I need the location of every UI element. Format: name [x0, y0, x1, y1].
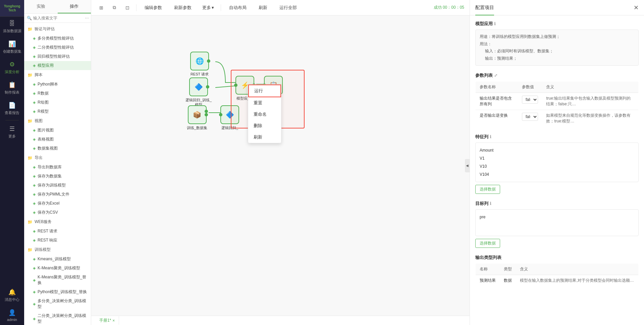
item-icon: ◈: [33, 45, 36, 50]
param-select-1[interactable]: false true: [522, 96, 538, 104]
tab-operation[interactable]: 操作: [58, 0, 91, 13]
item-r-plot[interactable]: ◈ R绘图: [24, 98, 91, 107]
sidebar-item-more[interactable]: ☰ 更多: [0, 122, 24, 142]
item-save-dataset[interactable]: ◈ 保存为数据集: [24, 172, 91, 181]
item-python-model-replace[interactable]: ◈ Python模型_训练模型_替换: [24, 287, 91, 296]
edit-params-button[interactable]: 编辑参数: [141, 3, 166, 12]
group-view: 📁 视图 ◈ 图片视图 ◈ 表格视图 ◈ 数据集视图: [24, 116, 91, 153]
item-image-view[interactable]: ◈ 图片视图: [24, 126, 91, 135]
collapse-panel-btn[interactable]: ◀: [465, 159, 470, 172]
item-label: Python模型_训练模型_替换: [38, 289, 87, 295]
param-value-2[interactable]: false true: [518, 110, 542, 127]
more-options-icon[interactable]: ⋯: [85, 16, 89, 20]
item-multi-class-tree[interactable]: ◈ 多分类_决策树分类_训练模型: [24, 296, 91, 311]
item-save-csv[interactable]: ◈ 保存为CSV: [24, 208, 91, 217]
group-train-model-header[interactable]: 📁 训练模型: [24, 245, 91, 255]
canvas-tab[interactable]: 手册1* ×: [95, 316, 119, 325]
expand-icon[interactable]: ⤢: [494, 73, 497, 78]
context-menu-run[interactable]: 运行: [248, 85, 281, 97]
context-menu-reset[interactable]: 重置: [248, 97, 281, 109]
panel-tabs: 实验 操作: [24, 0, 91, 14]
group-web-service-header[interactable]: 📁 WEB服务: [24, 217, 91, 227]
sidebar-item-admin[interactable]: 👤 admin: [0, 306, 24, 325]
item-icon: ◈: [33, 192, 36, 197]
info-icon-target[interactable]: ℹ: [490, 201, 491, 206]
item-kmeans-train[interactable]: ◈ Kmeans_训练模型: [24, 255, 91, 264]
item-model-apply[interactable]: ◈ 模型应用: [24, 61, 91, 70]
item-regression-eval[interactable]: ◈ 回归模型性能评估: [24, 52, 91, 61]
item-label: 保存为Excel: [38, 201, 59, 206]
item-icon: ◈: [33, 174, 36, 178]
refresh-params-button[interactable]: 刷新参数: [170, 3, 196, 12]
config-close-button[interactable]: ✕: [634, 4, 639, 11]
select-target-data-btn[interactable]: 选择数据: [475, 239, 500, 248]
item-rest-request[interactable]: ◈ REST 请求: [24, 227, 91, 236]
item-label: 回归模型性能评估: [38, 54, 70, 59]
sidebar-item-view-report[interactable]: 📄 查看报告: [0, 98, 24, 119]
sidebar-item-create-dataset[interactable]: 📊 创建数据集: [0, 37, 24, 57]
sidebar-item-add-datasource[interactable]: 🗄 添加数据源: [0, 17, 24, 37]
refresh-button[interactable]: 刷新: [255, 3, 271, 12]
output-type-1: 数据: [500, 275, 516, 286]
folder-icon: 📁: [28, 220, 33, 224]
sidebar-label: 创建数据集: [3, 49, 21, 54]
item-icon: ◈: [33, 229, 36, 233]
item-save-pmml[interactable]: ◈ 保存为PMML文件: [24, 190, 91, 199]
item-binary-tree[interactable]: ◈ 二分类_决策树分类_训练模型: [24, 311, 91, 325]
context-menu-delete[interactable]: 删除: [248, 120, 281, 131]
item-save-train-model[interactable]: ◈ 保存为训练模型: [24, 181, 91, 190]
sidebar-item-create-report[interactable]: 📋 制作报表: [0, 78, 24, 98]
title-text: 模型应用: [475, 21, 493, 27]
auto-layout-button[interactable]: 自动布局: [225, 3, 251, 12]
context-menu-rename[interactable]: 重命名: [248, 109, 281, 120]
item-dataset-view[interactable]: ◈ 数据集视图: [24, 144, 91, 153]
run-all-button[interactable]: 运行全部: [275, 3, 301, 12]
logic-regress-train-node[interactable]: 🔷 逻辑回归_训练_模型: [185, 77, 212, 107]
item-export-db[interactable]: ◈ 导出到数据库: [24, 163, 91, 172]
analysis-icon: ⚙: [9, 61, 15, 68]
param-select-2[interactable]: false true: [522, 113, 538, 121]
rest-request-node[interactable]: 🌐 REST 请求: [190, 52, 209, 76]
feature-item-v104: V104: [480, 170, 634, 178]
item-table-view[interactable]: ◈ 表格视图: [24, 135, 91, 144]
database-icon: 🗄: [9, 20, 15, 27]
item-icon: ◈: [33, 210, 36, 215]
item-rest-response[interactable]: ◈ REST 响应: [24, 236, 91, 245]
info-icon[interactable]: ℹ: [494, 21, 496, 26]
collapse-icon: ◀: [466, 164, 469, 167]
item-binary-class-eval[interactable]: ◈ 二分类模型性能评估: [24, 43, 91, 52]
item-kmeans-cluster-replace[interactable]: ◈ K-Means聚类_训练模型_替换: [24, 273, 91, 287]
group-validation-header[interactable]: 📁 验证与评估: [24, 24, 91, 34]
group-export-header[interactable]: 📁 导出: [24, 153, 91, 163]
tab-close-icon[interactable]: ×: [112, 318, 115, 323]
tab-experiment[interactable]: 实验: [24, 0, 58, 13]
item-save-excel[interactable]: ◈ 保存为Excel: [24, 199, 91, 208]
layout-icon-btn[interactable]: ⊞: [97, 4, 106, 12]
item-label: 保存为CSV: [38, 210, 58, 215]
col-output-desc: 含义: [516, 264, 638, 275]
group-script-header[interactable]: 📁 脚本: [24, 70, 91, 80]
select-feature-data-btn[interactable]: 选择数据: [475, 185, 500, 194]
group-view-header[interactable]: 📁 视图: [24, 116, 91, 126]
train-dataset-node[interactable]: 📦 训练_数据集: [187, 105, 207, 130]
item-kmeans-cluster-train[interactable]: ◈ K-Means聚类_训练模型: [24, 264, 91, 273]
more-button[interactable]: 更多 ▾: [200, 3, 217, 12]
logic-regress-node2[interactable]: 🔷 逻辑回归_: [220, 105, 239, 130]
item-python-script[interactable]: ◈ Python脚本: [24, 80, 91, 89]
paste-icon-btn[interactable]: ⊡: [123, 4, 132, 12]
sidebar-item-notification[interactable]: 🔔 消息中心: [0, 285, 24, 306]
panel-list-body: 📁 验证与评估 ◈ 多分类模型性能评估 ◈ 二分类模型性能评估 ◈ 回归模型性能…: [24, 23, 91, 325]
feature-list: Amount V1 V10 V104: [475, 143, 639, 182]
chart-icon: 📊: [8, 40, 16, 48]
config-tab[interactable]: 配置项目: [475, 5, 494, 15]
context-menu-refresh[interactable]: 刷新: [248, 131, 281, 143]
item-r-model[interactable]: ◈ R模型: [24, 107, 91, 116]
item-r-data[interactable]: ◈ R数据: [24, 89, 91, 98]
search-input[interactable]: [33, 16, 84, 20]
param-value-1[interactable]: false true: [518, 93, 542, 110]
sidebar-item-deep-analysis[interactable]: ⚙ 深度分析: [0, 57, 24, 78]
col-output-name: 名称: [476, 264, 500, 275]
info-icon-feature[interactable]: ℹ: [490, 134, 491, 139]
copy-icon-btn[interactable]: ⧉: [110, 3, 119, 12]
item-multi-class-eval[interactable]: ◈ 多分类模型性能评估: [24, 34, 91, 43]
